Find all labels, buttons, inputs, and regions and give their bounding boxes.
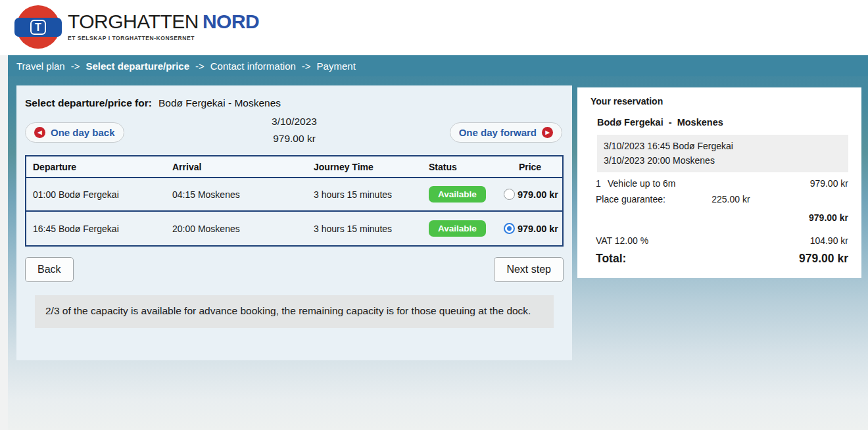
vat-line: VAT 12.00 % 104.90 kr (591, 235, 848, 246)
vehicle-qty: 1 (591, 178, 608, 189)
col-header-arrival: Arrival (166, 162, 307, 172)
logo-t-icon: T (30, 20, 46, 35)
one-day-back-label: One day back (51, 127, 115, 138)
brand-accent: NORD (203, 11, 259, 32)
one-day-forward-button[interactable]: One day forward ▶ (450, 122, 562, 143)
breadcrumb: Travel plan -> Select departure/price ->… (8, 55, 868, 76)
site-header: T TORGHATTENNORD ET SELSKAP I TORGHATTEN… (0, 0, 868, 55)
departure-cell: 01:00 Bodø Fergekai (26, 189, 166, 200)
circle-arrow-right-icon: ▶ (542, 127, 553, 138)
logo-blue-band: T (14, 18, 62, 37)
capacity-notice: 2/3 of the capacity is available for adv… (35, 295, 554, 328)
status-badge: Available (429, 186, 486, 203)
journey-time-cell: 3 hours 15 minutes (307, 189, 422, 200)
subtotal-amount: 979.00 kr (591, 212, 848, 223)
vehicle-label: Vehicle up to 6m (608, 178, 810, 189)
brand-tagline: ET SELSKAP I TORGHATTEN-KONSERNET (68, 35, 259, 41)
price-radio[interactable] (504, 189, 515, 200)
reservation-route: Bodø Fergekai - Moskenes (597, 117, 848, 128)
table-header-row: Departure Arrival Journey Time Status Pr… (26, 156, 562, 178)
price-value: 979.00 kr (518, 224, 558, 234)
breadcrumb-contact-information[interactable]: Contact information (210, 60, 296, 72)
col-header-status: Status (422, 162, 503, 172)
total-label: Total: (596, 252, 626, 266)
breadcrumb-separator: -> (302, 60, 311, 72)
arrival-cell: 20:00 Moskenes (166, 224, 307, 234)
route-name: Bodø Fergekai - Moskenes (158, 97, 281, 109)
vat-amount: 104.90 kr (810, 235, 848, 246)
vehicle-line: 1 Vehicle up to 6m 979.00 kr (591, 178, 848, 189)
reservation-summary: Your reservation Bodø Fergekai - Moskene… (577, 87, 861, 278)
next-step-button[interactable]: Next step (494, 257, 564, 282)
breadcrumb-separator: -> (71, 60, 80, 72)
vehicle-amount: 979.00 kr (810, 178, 848, 189)
breadcrumb-separator: -> (195, 60, 205, 72)
one-day-back-button[interactable]: ◀ One day back (25, 122, 124, 143)
col-header-journey-time: Journey Time (307, 162, 422, 172)
departure-cell: 16:45 Bodø Fergekai (26, 224, 166, 234)
circle-arrow-left-icon: ◀ (34, 127, 45, 138)
leg-arrival: 3/10/2023 20:00 Moskenes (604, 154, 842, 168)
reservation-legs: 3/10/2023 16:45 Bodø Fergekai 3/10/2023 … (597, 135, 848, 172)
departure-selection-panel: Select departure/price for: Bodø Fergeka… (16, 85, 572, 360)
journey-time-cell: 3 hours 15 minutes (307, 224, 422, 234)
status-badge: Available (429, 220, 486, 237)
panel-heading: Select departure/price for: (25, 97, 152, 109)
price-value: 979.00 kr (518, 189, 558, 200)
table-row: 01:00 Bodø Fergekai 04:15 Moskenes 3 hou… (26, 178, 562, 212)
col-header-price: Price (503, 162, 562, 172)
brand-main: TORGHATTEN (68, 11, 199, 32)
guarantee-amount: 225.00 kr (711, 194, 750, 204)
total-amount: 979.00 kr (799, 252, 848, 266)
leg-departure: 3/10/2023 16:45 Bodø Fergekai (604, 139, 842, 154)
vat-label: VAT 12.00 % (596, 235, 648, 246)
table-row: 16:45 Bodø Fergekai 20:00 Moskenes 3 hou… (26, 212, 562, 245)
breadcrumb-select-departure[interactable]: Select departure/price (85, 60, 189, 72)
arrival-cell: 04:15 Moskenes (166, 189, 307, 200)
brand-text: TORGHATTENNORD ET SELSKAP I TORGHATTEN-K… (68, 11, 259, 41)
total-line: Total: 979.00 kr (591, 252, 848, 266)
place-guarantee-line: Place guarantee: 225.00 kr (591, 194, 848, 204)
reservation-title: Your reservation (591, 96, 848, 107)
one-day-forward-label: One day forward (459, 127, 537, 138)
col-header-departure: Departure (26, 162, 166, 172)
breadcrumb-travel-plan[interactable]: Travel plan (16, 60, 65, 72)
price-radio[interactable] (504, 223, 515, 234)
torghatten-logo: T (16, 5, 62, 49)
departures-table: Departure Arrival Journey Time Status Pr… (25, 155, 564, 247)
breadcrumb-payment[interactable]: Payment (317, 60, 356, 72)
guarantee-label: Place guarantee: (591, 194, 711, 204)
back-button[interactable]: Back (25, 257, 74, 282)
